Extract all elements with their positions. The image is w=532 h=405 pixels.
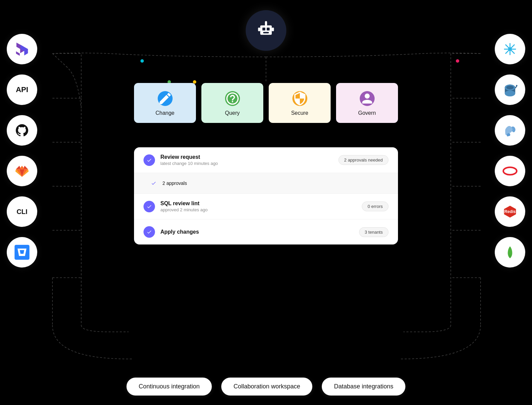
icon-api: API [7, 74, 37, 105]
apply-changes-title: Apply changes [160, 229, 199, 235]
app-logo [246, 10, 286, 51]
tab-secure-label: Secure [291, 110, 308, 116]
svg-rect-8 [267, 27, 270, 30]
icon-gitlab [7, 156, 37, 186]
cli-text: CLI [17, 208, 27, 216]
logo-svg [255, 20, 277, 41]
dot-pink [456, 59, 459, 63]
sql-review-badge: 0 errors [362, 201, 389, 211]
ci-badge: Continuous integration [127, 378, 212, 396]
secure-icon [292, 91, 307, 106]
tab-change[interactable]: Change [134, 83, 196, 123]
apply-changes-badge: 3 tenants [359, 227, 389, 237]
icon-github [7, 115, 37, 146]
check-circle-apply [143, 226, 155, 238]
svg-rect-9 [263, 32, 269, 33]
svg-rect-14 [15, 245, 29, 260]
svg-rect-13 [272, 27, 274, 31]
svg-text:Redis: Redis [505, 209, 516, 214]
svg-point-19 [509, 48, 512, 51]
icon-mongodb [495, 237, 525, 268]
scene: .dash { stroke: #444; stroke-width: 1.5;… [0, 0, 532, 405]
sql-review-title: SQL review lint [160, 200, 207, 207]
collab-badge: Collaboration workspace [221, 378, 312, 396]
icon-snowflake [495, 34, 525, 64]
svg-point-24 [506, 86, 514, 89]
sql-review-subtitle: approved 2 minutes ago [160, 207, 207, 212]
tab-query-label: Query [225, 110, 240, 116]
review-request-title: Review request [160, 154, 218, 160]
icon-oracle [495, 156, 525, 186]
check-circle-sql [143, 201, 155, 212]
workflow-row-apply: Apply changes 3 tenants [134, 219, 398, 244]
svg-point-22 [505, 90, 515, 97]
query-icon [225, 91, 240, 106]
workflow-row-sql: SQL review lint approved 2 minutes ago 0… [134, 194, 398, 219]
api-text: API [16, 85, 28, 94]
left-icons: API CLI [7, 34, 37, 268]
icon-terraform [7, 34, 37, 64]
workflow-row-approvals: 2 approvals [134, 173, 398, 194]
svg-rect-12 [258, 27, 260, 31]
tabs-row: Change Query Secure Govern [134, 83, 398, 123]
right-icons: Redis [495, 34, 525, 268]
review-request-badge: 2 approvals needed [338, 155, 389, 165]
icon-cli: CLI [7, 196, 37, 227]
tab-govern[interactable]: Govern [336, 83, 398, 123]
svg-point-11 [265, 21, 267, 23]
check-small-approvals [150, 180, 157, 187]
bottom-labels: Continuous integration Collaboration wor… [127, 378, 405, 396]
svg-rect-6 [260, 25, 272, 35]
workflow-card: Review request latest change 10 minutes … [134, 147, 398, 244]
tab-query[interactable]: Query [201, 83, 263, 123]
tab-change-label: Change [155, 110, 174, 116]
svg-point-26 [516, 85, 517, 86]
db-badge: Database integrations [322, 378, 405, 396]
approvals-title: 2 approvals [162, 180, 187, 186]
svg-rect-7 [262, 27, 265, 30]
tab-govern-label: Govern [358, 110, 376, 116]
icon-bitbucket [7, 237, 37, 268]
govern-icon [360, 91, 375, 106]
check-circle-review [143, 154, 155, 166]
change-icon [158, 91, 173, 106]
workflow-row-review: Review request latest change 10 minutes … [134, 147, 398, 173]
icon-redis: Redis [495, 196, 525, 227]
tab-secure[interactable]: Secure [269, 83, 331, 123]
icon-postgresql [495, 74, 525, 105]
review-request-subtitle: latest change 10 minutes ago [160, 161, 218, 166]
dot-cyan [140, 59, 144, 63]
svg-point-27 [503, 167, 517, 175]
icon-mysql [495, 115, 525, 146]
